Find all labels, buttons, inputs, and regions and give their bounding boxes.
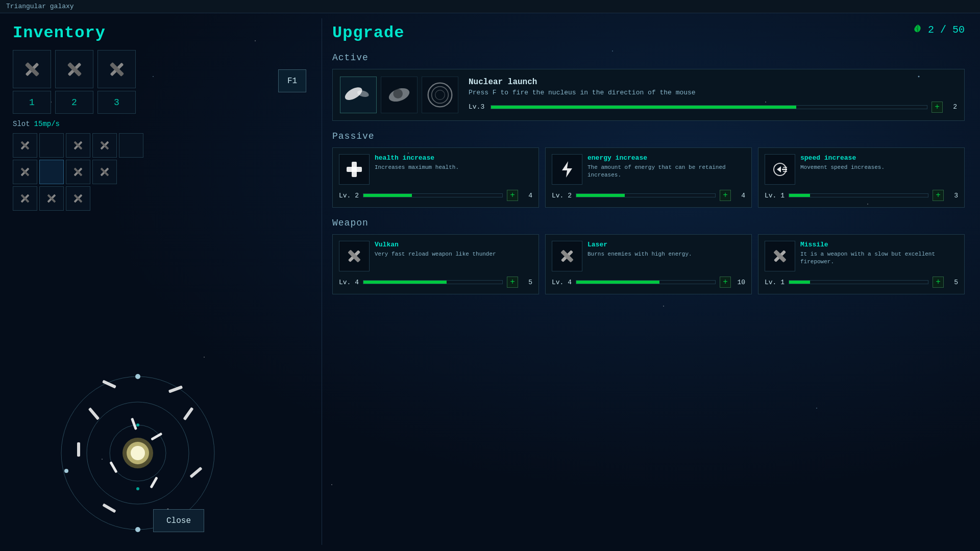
inv-cell-3-2[interactable] (39, 186, 64, 211)
passive-section-label: Passive (332, 131, 965, 141)
inv-row-1 (13, 133, 314, 158)
weapon-icon-laser (552, 241, 582, 271)
passive-bar-energy (576, 193, 716, 197)
weapon-text-vulkan: Vulkan Very fast reload weapon like thun… (375, 241, 496, 258)
weapon-slot-1[interactable] (13, 50, 51, 88)
f1-button[interactable]: F1 (278, 69, 306, 92)
svg-rect-39 (102, 503, 116, 513)
weapon-top-laser: Laser Burns enemies with high energy. (552, 241, 745, 271)
weapon-bar-vulkan (363, 280, 503, 284)
active-level-fill (491, 106, 796, 109)
passive-plus-speed[interactable]: + (933, 190, 944, 201)
active-plus-btn[interactable]: + (932, 102, 943, 113)
svg-point-30 (135, 374, 140, 379)
passive-desc-energy: The amount of energy that can be retaine… (587, 164, 745, 180)
weapon-slot-3[interactable] (97, 50, 136, 88)
weapon-level-row-laser: Lv. 4 + 10 (552, 277, 745, 288)
weapon-level-vulkan: Lv. 4 (339, 279, 359, 286)
passive-top-speed: speed increase Movement speed increases. (765, 154, 958, 185)
passive-card-health[interactable]: health increase Increases maximum health… (332, 147, 539, 208)
weapon-row: Vulkan Very fast reload weapon like thun… (332, 234, 965, 294)
inv-cell-1-2[interactable] (39, 133, 64, 158)
weapon-card-vulkan[interactable]: Vulkan Very fast reload weapon like thun… (332, 234, 539, 294)
weapon-card-missile[interactable]: Missile It is a weapon with a slow but e… (758, 234, 965, 294)
weapon-desc-laser: Burns enemies with high energy. (587, 251, 692, 258)
passive-text-energy: energy increase The amount of energy tha… (587, 154, 745, 180)
passive-icon-energy (552, 154, 582, 185)
weapon-slot-2[interactable] (55, 50, 93, 88)
svg-point-45 (136, 423, 139, 427)
inventory-title: Inventory (13, 23, 314, 42)
inv-cell-2-1[interactable] (13, 160, 37, 184)
passive-name-energy: energy increase (587, 154, 745, 162)
slot-num-3[interactable]: 3 (97, 91, 136, 114)
inv-cell-1-1[interactable] (13, 133, 37, 158)
inv-cell-3-3[interactable] (66, 186, 90, 211)
svg-rect-41 (131, 418, 137, 430)
weapon-desc-vulkan: Very fast reload weapon like thunder (375, 251, 496, 258)
weapon-fill-missile (789, 281, 810, 284)
active-card[interactable]: Nuclear launch Press F to fire the nucle… (332, 69, 965, 121)
inv-row-2 (13, 160, 314, 184)
svg-point-52 (432, 87, 449, 104)
right-panel: Upgrade 2 / 50 Active (322, 18, 975, 545)
active-level-bar (491, 105, 927, 109)
slot-num-2[interactable]: 2 (55, 91, 93, 114)
svg-point-50 (393, 89, 403, 98)
weapon-cost-laser: 10 (735, 279, 745, 286)
passive-desc-health: Increases maximum health. (375, 164, 459, 171)
passive-icon-speed (765, 154, 795, 185)
passive-row: health increase Increases maximum health… (332, 147, 965, 208)
passive-plus-health[interactable]: + (507, 190, 518, 201)
passive-cost-energy: 4 (735, 192, 745, 199)
inv-cell-1-5[interactable] (119, 133, 143, 158)
weapon-text-laser: Laser Burns enemies with high energy. (587, 241, 692, 258)
upgrade-title: Upgrade (332, 23, 404, 42)
inv-cell-1-3[interactable] (66, 133, 90, 158)
close-button[interactable]: Close (153, 509, 204, 532)
passive-card-speed[interactable]: speed increase Movement speed increases.… (758, 147, 965, 208)
weapon-plus-missile[interactable]: + (933, 277, 944, 288)
svg-point-32 (64, 469, 68, 473)
svg-marker-58 (777, 166, 781, 172)
inv-cell-2-3[interactable] (66, 160, 90, 184)
svg-point-46 (136, 487, 139, 490)
passive-fill-speed (789, 194, 810, 197)
inv-cell-3-1[interactable] (13, 186, 37, 211)
right-header: Upgrade 2 / 50 (332, 23, 965, 42)
passive-card-energy[interactable]: energy increase The amount of energy tha… (545, 147, 752, 208)
weapon-cost-vulkan: 5 (522, 279, 532, 286)
svg-rect-43 (109, 461, 117, 473)
main-container: Inventory (0, 13, 980, 550)
inv-cell-2-2[interactable] (39, 160, 64, 184)
weapon-name-missile: Missile (800, 241, 958, 248)
active-icons-row (340, 77, 458, 113)
passive-desc-speed: Movement speed increases. (800, 164, 885, 171)
svg-rect-37 (77, 442, 80, 457)
passive-fill-energy (576, 194, 625, 197)
weapon-icon-vulkan (339, 241, 370, 271)
weapon-plus-laser[interactable]: + (720, 277, 731, 288)
svg-point-29 (131, 446, 145, 460)
active-icon-selected (340, 77, 377, 113)
weapon-plus-vulkan[interactable]: + (507, 277, 518, 288)
active-icon-2 (381, 77, 418, 113)
inv-row-3 (13, 186, 314, 211)
svg-point-53 (435, 90, 445, 100)
inv-cell-1-4[interactable] (92, 133, 117, 158)
weapon-desc-missile: It is a weapon with a slow but excellent… (800, 251, 958, 266)
title-bar: Triangular galaxy (0, 0, 980, 13)
passive-level-speed: Lv. 1 (765, 192, 785, 199)
passive-plus-energy[interactable]: + (720, 190, 731, 201)
svg-marker-56 (562, 161, 572, 178)
weapon-card-laser[interactable]: Laser Burns enemies with high energy. Lv… (545, 234, 752, 294)
slot-num-1[interactable]: 1 (13, 91, 51, 114)
weapon-cost-missile: 5 (948, 279, 958, 286)
weapon-slots (13, 50, 314, 88)
passive-level-row-speed: Lv. 1 + 3 (765, 190, 958, 201)
inventory-grid (13, 133, 314, 211)
left-panel: Inventory (5, 18, 322, 545)
mp-value: 15mp/s (34, 120, 60, 128)
inv-cell-2-4[interactable] (92, 160, 117, 184)
active-icon-3 (422, 77, 458, 113)
